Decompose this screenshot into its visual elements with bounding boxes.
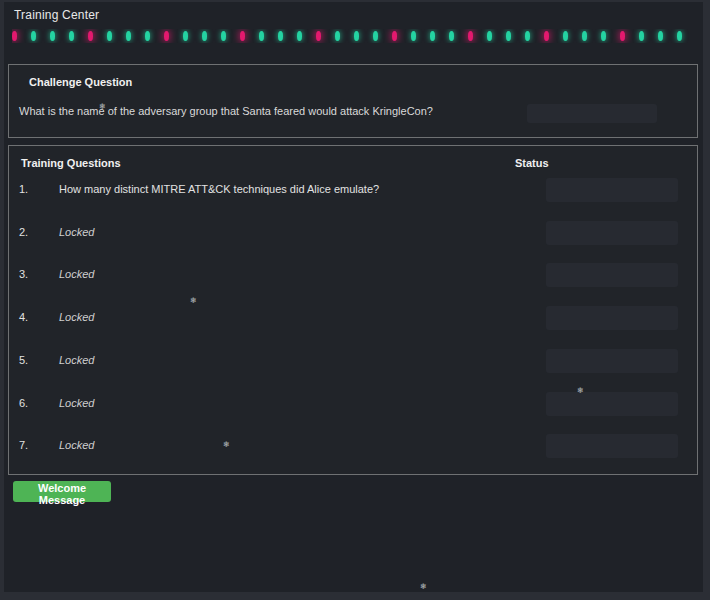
light-bulb-teal-icon [126,31,131,41]
light-bulb-teal-icon [297,31,302,41]
challenge-panel-heading: Challenge Question [29,76,132,88]
light-bulb-teal-icon [145,31,150,41]
light-bulb-teal-icon [373,31,378,41]
light-bulb-teal-icon [50,31,55,41]
training-question-row: 3.Locked [9,263,697,306]
light-bulb-pink-icon [544,31,549,41]
light-bulb-teal-icon [202,31,207,41]
question-number: 5. [19,354,28,366]
snowflake-icon: ❄ [420,582,427,591]
training-questions-panel: Training Questions Status 1.How many dis… [8,145,698,475]
light-bulb-teal-icon [677,31,682,41]
light-bulb-teal-icon [335,31,340,41]
light-bulb-pink-icon [88,31,93,41]
training-question-row: 4.Locked [9,306,697,349]
light-bulb-teal-icon [259,31,264,41]
light-bulb-teal-icon [582,31,587,41]
welcome-message-button[interactable]: Welcome Message [13,481,111,502]
training-question-list: 1.How many distinct MITRE ATT&CK techniq… [9,146,697,474]
question-locked-label: Locked [59,311,94,323]
light-bulb-teal-icon [354,31,359,41]
question-status-input[interactable] [546,434,678,458]
question-locked-label: Locked [59,268,94,280]
challenge-question-panel: Challenge Question What is the name of t… [8,64,698,138]
training-center-window: Training Center Challenge Question What … [4,2,703,592]
light-bulb-teal-icon [107,31,112,41]
question-number: 6. [19,397,28,409]
light-bulb-pink-icon [316,31,321,41]
light-bulb-teal-icon [69,31,74,41]
light-bulb-teal-icon [411,31,416,41]
question-status-input[interactable] [546,263,678,287]
question-status-input[interactable] [546,306,678,330]
light-bulb-teal-icon [430,31,435,41]
training-question-row: 2.Locked [9,221,697,264]
training-question-row: 6.Locked [9,392,697,435]
light-bulb-pink-icon [12,31,17,41]
question-text: How many distinct MITRE ATT&CK technique… [59,183,379,195]
question-number: 3. [19,268,28,280]
holiday-lights-strand [12,29,703,43]
light-bulb-pink-icon [164,31,169,41]
question-number: 4. [19,311,28,323]
light-bulb-teal-icon [506,31,511,41]
question-locked-label: Locked [59,226,94,238]
light-bulb-pink-icon [240,31,245,41]
training-question-row: 5.Locked [9,349,697,392]
training-question-row: 1.How many distinct MITRE ATT&CK techniq… [9,178,697,221]
question-locked-label: Locked [59,397,94,409]
question-number: 7. [19,439,28,451]
question-number: 2. [19,226,28,238]
question-locked-label: Locked [59,439,94,451]
light-bulb-teal-icon [639,31,644,41]
question-status-input[interactable] [546,392,678,416]
question-status-input[interactable] [546,221,678,245]
question-number: 1. [19,183,28,195]
light-bulb-teal-icon [278,31,283,41]
question-status-input[interactable] [546,349,678,373]
light-bulb-teal-icon [183,31,188,41]
question-locked-label: Locked [59,354,94,366]
light-bulb-teal-icon [563,31,568,41]
light-bulb-pink-icon [392,31,397,41]
training-question-row: 7.Locked [9,434,697,477]
light-bulb-teal-icon [525,31,530,41]
light-bulb-teal-icon [449,31,454,41]
light-bulb-teal-icon [601,31,606,41]
light-bulb-teal-icon [221,31,226,41]
challenge-answer-input[interactable] [527,104,657,123]
challenge-question-text: What is the name of the adversary group … [19,105,433,117]
light-bulb-teal-icon [31,31,36,41]
light-bulb-pink-icon [620,31,625,41]
question-status-input[interactable] [546,178,678,202]
light-bulb-teal-icon [487,31,492,41]
light-bulb-pink-icon [468,31,473,41]
page-title: Training Center [14,8,99,22]
light-bulb-teal-icon [658,31,663,41]
